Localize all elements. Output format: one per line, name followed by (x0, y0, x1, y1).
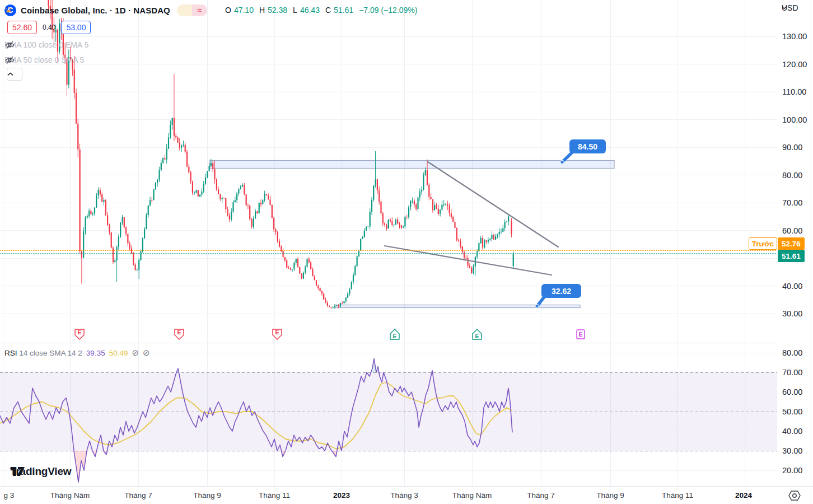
candle-body (216, 179, 217, 189)
candle-body (235, 200, 236, 202)
candle-body (195, 190, 197, 192)
candle-body (242, 185, 243, 186)
price-zone[interactable] (210, 161, 614, 169)
candle-body (125, 227, 127, 234)
candle-body (244, 185, 245, 194)
candle-body (284, 257, 286, 260)
eye-off-icon[interactable] (4, 40, 15, 50)
candle-body (76, 93, 77, 124)
candle-body (264, 194, 265, 200)
price-pane-canvas[interactable]: EEEEEE (0, 0, 777, 343)
time-tick-label: Tháng Năm (50, 491, 90, 500)
candle-body (181, 146, 182, 148)
rsi-name: RSI (4, 349, 17, 357)
indicator-legend-ema50[interactable]: EMA 50 close 0 SMA 5 (4, 54, 84, 66)
candle-body (513, 254, 514, 266)
candle-body (190, 172, 191, 181)
candle-body (382, 213, 384, 223)
collapse-legend-button[interactable] (7, 68, 22, 81)
candle-body (105, 200, 106, 216)
candle-body (219, 194, 221, 199)
trade-widget: 52.60 0.40 53.00 (7, 20, 91, 34)
high-label: H (259, 6, 265, 15)
time-tick-label: Tháng 11 (259, 491, 290, 500)
candle-body (440, 209, 441, 213)
tradingview-logo[interactable]: TradingView (10, 465, 71, 478)
candle-body (377, 179, 378, 190)
candle-body (227, 209, 228, 216)
chevron-up-icon (7, 72, 13, 76)
candle-body (222, 198, 223, 199)
rsi-tick-label: 50.00 (782, 407, 802, 416)
candle-body (149, 200, 151, 206)
time-tick-label: 2023 (333, 491, 350, 500)
candle-body (436, 205, 437, 208)
candle-body (504, 222, 506, 228)
candle-body (454, 222, 455, 228)
ohlc-readout: O 47.10 H 52.38 L 46.43 C 51.61 −7.09 (−… (225, 3, 417, 17)
price-zone[interactable] (335, 305, 580, 308)
candle-body (333, 307, 334, 308)
time-tick-label: Tháng 9 (596, 491, 624, 500)
callout-anchor-dot[interactable] (535, 304, 539, 307)
earnings-badge[interactable]: E (273, 329, 282, 339)
candle-body (120, 222, 121, 236)
earnings-badge[interactable]: E (390, 329, 399, 339)
pane-separator[interactable] (0, 343, 813, 343)
candle-body (207, 171, 208, 178)
currency-selector[interactable]: USD (782, 3, 798, 12)
hide-circle-icon[interactable]: ⊘ (132, 348, 139, 358)
candle-body (146, 215, 147, 229)
candle-body (286, 260, 287, 268)
earnings-badge[interactable]: E (75, 329, 84, 339)
eye-off-icon[interactable] (4, 55, 15, 66)
candle-body (451, 213, 452, 217)
rsi-params: 14 close SMA 14 2 (19, 349, 82, 357)
candle-body (259, 203, 260, 213)
candle-body (406, 217, 408, 217)
sell-price-button[interactable]: 52.60 (7, 21, 37, 34)
candle-body (491, 235, 492, 239)
candle-body (214, 169, 215, 180)
earnings-badge[interactable]: E (577, 330, 585, 339)
candle-body (127, 234, 128, 244)
price-callout-3262[interactable]: 32.62 (541, 284, 581, 298)
candle-body (488, 240, 489, 242)
candle-body (247, 205, 249, 206)
earnings-letter: E (578, 331, 582, 338)
candle-body (129, 244, 130, 249)
rsi-pane-canvas[interactable] (0, 343, 777, 486)
time-axis[interactable]: g 3Tháng NămTháng 7Tháng 9Tháng 112023Th… (0, 486, 813, 504)
candle-body (434, 205, 435, 210)
time-tick-label: Tháng 3 (390, 491, 418, 500)
candle-body (419, 192, 420, 198)
candle-body (314, 276, 315, 281)
candle-body (268, 195, 269, 199)
candle-body (309, 259, 310, 263)
candle-body (425, 170, 426, 175)
earnings-badge[interactable]: E (473, 329, 482, 339)
earnings-badge[interactable]: E (175, 329, 184, 339)
hide-circle-icon[interactable]: ⊘ (143, 348, 150, 358)
candle-body (290, 268, 291, 269)
candle-body (460, 241, 461, 246)
candle-body (497, 234, 498, 236)
hexagon-settings-icon[interactable] (788, 489, 801, 502)
candle-body (175, 136, 176, 138)
market-status-pill[interactable]: ≈ (177, 4, 207, 16)
rsi-legend[interactable]: RSI 14 close SMA 14 2 39.35 50.49 ⊘ ⊘ (4, 347, 150, 358)
candle-body (447, 204, 448, 206)
open-label: O (225, 6, 231, 15)
candle-body (142, 238, 143, 251)
candle-body (417, 198, 418, 209)
candle-body (312, 269, 313, 276)
candle-body (137, 270, 138, 270)
candle-body (201, 192, 202, 195)
symbol-title[interactable]: Coinbase Global, Inc. · 1D · NASDAQ (21, 6, 170, 15)
price-callout-8450[interactable]: 84.50 (569, 139, 606, 153)
buy-price-button[interactable]: 53.00 (61, 21, 91, 34)
callout-anchor-dot[interactable] (560, 160, 564, 164)
candle-body (231, 212, 232, 220)
candle-body (415, 204, 417, 209)
indicator-legend-ema100[interactable]: EMA 100 close 0 EMA 5 (4, 39, 88, 51)
